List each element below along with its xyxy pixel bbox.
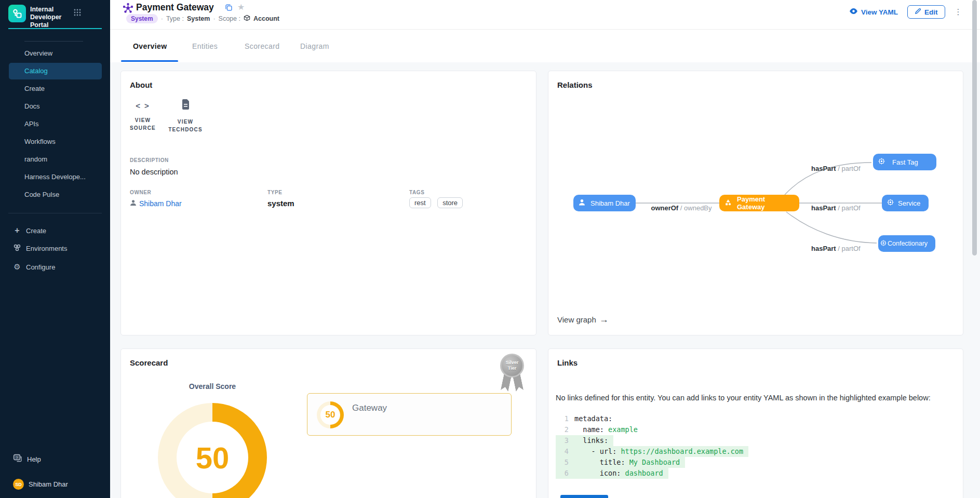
chip-icon (878, 158, 885, 166)
sidebar-user-button[interactable]: SD Shibam Dhar (0, 479, 110, 490)
tab-scorecard[interactable]: Scorecard (245, 42, 279, 50)
view-source-label: VIEW SOURCE (126, 116, 159, 132)
vertical-scrollbar-thumb[interactable] (972, 0, 977, 255)
links-title: Links (557, 358, 578, 367)
user-avatar: SD (13, 479, 24, 490)
code-brackets-icon: < > (126, 101, 159, 110)
tag-chip-rest[interactable]: rest (409, 197, 431, 208)
overall-score-donut: 50 (158, 403, 267, 498)
node-label: Shibam Dhar (590, 199, 630, 207)
sidebar-item-create[interactable]: Create (0, 80, 110, 98)
about-title: About (130, 80, 152, 89)
owner-value: Shibam Dhar (139, 199, 182, 208)
gateway-score-ring: 50 (317, 401, 344, 428)
sidebar-accent-divider (8, 28, 102, 29)
node-label: Service (898, 199, 920, 207)
edge-label-ownerof: ownerOf / ownedBy (643, 204, 719, 212)
type-label: Type : (166, 15, 184, 22)
portal-logo-icon[interactable] (8, 5, 26, 22)
type-value: System (187, 15, 210, 22)
scorecard-item-gateway[interactable]: 50 Gateway (307, 393, 512, 436)
links-empty-message: No links defined for this entity. You ca… (556, 394, 957, 402)
scope-cube-icon (244, 15, 250, 23)
type-label: TYPE (267, 190, 283, 195)
favorite-star-icon[interactable]: ★ (237, 2, 245, 12)
links-action-button-clipped[interactable] (560, 495, 608, 498)
sidebar-configure-button[interactable]: ⚙ Configure (0, 258, 110, 276)
node-label: Payment Gateway (737, 195, 794, 211)
overall-score-label: Overall Score (171, 382, 254, 391)
sidebar-help-button[interactable]: ? Help (0, 454, 110, 464)
more-options-kebab-icon[interactable]: ⋮ (955, 10, 962, 14)
sidebar-item-apis[interactable]: APIs (0, 115, 110, 133)
gateway-score-value: 50 (320, 405, 340, 425)
sidebar-item-overview[interactable]: Overview (0, 45, 110, 62)
scope-value: Account (253, 15, 279, 22)
edit-label: Edit (924, 8, 938, 16)
sidebar-item-random[interactable]: random (0, 151, 110, 168)
relation-node-shibam-dhar[interactable]: Shibam Dhar (573, 195, 636, 211)
code-line-highlighted: 5 title: My Dashboard (556, 457, 685, 468)
system-shapes-icon (724, 199, 732, 208)
edge-label-haspart-confectionary: hasPart / partOf (811, 245, 861, 252)
help-chat-icon: ? (13, 454, 22, 464)
relation-node-service[interactable]: Service (882, 195, 929, 211)
node-label: Fast Tag (892, 158, 918, 166)
header-actions: View YAML Edit ⋮ (849, 5, 962, 19)
svg-text:?: ? (16, 456, 18, 460)
tab-entities[interactable]: Entities (192, 42, 218, 50)
type-value: system (267, 199, 294, 208)
view-yaml-button[interactable]: View YAML (849, 8, 898, 16)
user-icon (579, 199, 585, 207)
active-tab-underline (121, 60, 178, 62)
meta-separator: · (213, 15, 215, 22)
view-graph-label: View graph (557, 315, 596, 324)
pencil-icon (915, 8, 921, 16)
entity-kind-badge: System (126, 14, 158, 23)
yaml-example-code: 1metadata: 2 name: example 3 links: 4 - … (556, 413, 748, 479)
copy-icon[interactable] (225, 4, 233, 14)
sidebar-item-code-pulse[interactable]: Code Pulse (0, 186, 110, 204)
description-value: No description (130, 168, 178, 176)
eye-icon (849, 8, 858, 16)
relation-node-payment-gateway[interactable]: Payment Gateway (719, 195, 799, 211)
view-techdocs-label: VIEW TECHDOCS (166, 118, 205, 133)
silver-tier-badge: Silver Tier (499, 354, 525, 392)
view-source-button[interactable]: < > VIEW SOURCE (126, 101, 159, 132)
sidebar-item-docs[interactable]: Docs (0, 98, 110, 115)
arrow-right-icon: → (599, 314, 609, 325)
sidebar-item-harness-developer[interactable]: Harness Develope... (0, 168, 110, 186)
code-line-highlighted: 4 - url: https://dashboard.example.com (556, 446, 748, 457)
sidebar-create-button[interactable]: + Create (0, 221, 110, 240)
person-icon (130, 199, 137, 208)
overall-score-value: 50 (196, 440, 230, 475)
tags-label: TAGS (409, 190, 424, 195)
tags-list: rest store (409, 197, 467, 208)
app-grid-icon[interactable] (73, 8, 82, 17)
sidebar-item-catalog[interactable]: Catalog (0, 62, 110, 80)
main-area: Payment Gateway ★ System · Type : System… (110, 0, 980, 498)
view-graph-link[interactable]: View graph → (557, 314, 609, 325)
view-techdocs-button[interactable]: VIEW TECHDOCS (166, 99, 205, 133)
scorecard-card: Scorecard Overall Score 50 50 Gateway Si… (120, 348, 536, 498)
tab-overview[interactable]: Overview (133, 42, 167, 50)
sidebar: Internal Developer Portal Overview Catal… (0, 0, 110, 498)
chip-icon (887, 199, 894, 207)
page-title: Payment Gateway (136, 2, 214, 13)
tag-chip-store[interactable]: store (437, 197, 463, 208)
sidebar-item-workflows[interactable]: Workflows (0, 133, 110, 151)
gear-icon: ⚙ (13, 262, 21, 272)
owner-link[interactable]: Shibam Dhar (130, 199, 182, 208)
node-label: Confectionary (888, 240, 928, 247)
brand-title: Internal Developer Portal (30, 6, 75, 29)
scorecard-title: Scorecard (130, 358, 168, 367)
relation-node-fast-tag[interactable]: Fast Tag (873, 154, 936, 170)
plus-icon: + (13, 226, 21, 235)
entity-meta-row: System · Type : System · Scope : Account (126, 14, 279, 23)
edit-button[interactable]: Edit (907, 5, 945, 19)
tab-diagram[interactable]: Diagram (300, 42, 329, 50)
scope-label: Scope : (219, 15, 240, 22)
relation-node-confectionary[interactable]: Confectionary (878, 235, 935, 252)
sidebar-environments-button[interactable]: Environments (0, 239, 110, 258)
sidebar-create-label: Create (26, 227, 46, 235)
